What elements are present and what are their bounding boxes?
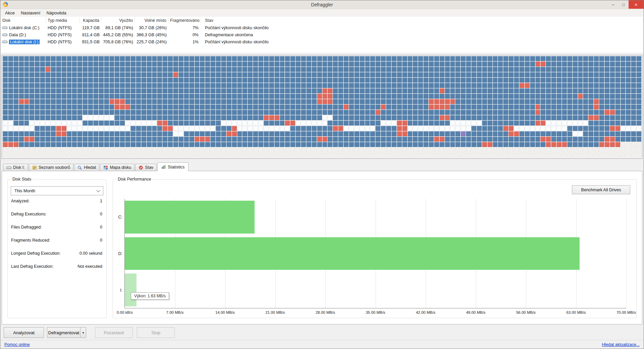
axis-tick-label: 42.00 MB/s xyxy=(416,310,435,314)
disk-table-body: Lokální disk (C:)HDD (NTFS)119,7 GB89,1 … xyxy=(1,24,643,45)
disk-row-2[interactable]: Lokální disk (I:)HDD (NTFS)931,5 GB705,8… xyxy=(1,38,643,45)
defraggler-logo-icon xyxy=(3,2,8,7)
tab-label: Hledat xyxy=(84,165,96,170)
disk-used: 445,2 GB (55%) xyxy=(101,33,135,37)
disk-free: 225,7 GB (24%) xyxy=(135,40,168,44)
axis-tick-label: 0.00 kB/s xyxy=(117,310,133,314)
disk-fragmented: 1% xyxy=(168,40,200,44)
column-header-0[interactable]: Disk xyxy=(1,18,46,23)
tab-4[interactable]: Stav xyxy=(135,164,157,171)
period-select[interactable]: This Month xyxy=(11,186,103,195)
stat-item: Defrag Executions:0 xyxy=(11,212,102,225)
statistics-panel: Disk Stats This Month Analyzed:1Defrag E… xyxy=(2,171,642,325)
disk-table-header: DiskTyp médiaKapacitaVyužitoVolné místoF… xyxy=(1,17,643,24)
disk-name: Lokální disk (C:) xyxy=(9,26,39,30)
benchmark-all-drives-button[interactable]: Benchmark All Drives xyxy=(572,185,630,194)
axis-tick-label: 14.00 MB/s xyxy=(215,310,235,314)
axis-tick-label: 35.00 MB/s xyxy=(366,310,385,314)
tab-label: Seznam souborů xyxy=(39,165,70,170)
axis-tick-label: 28.00 MB/s xyxy=(316,310,335,314)
disk-row-0[interactable]: Lokální disk (C:)HDD (NTFS)119,7 GB89,1 … xyxy=(1,24,643,31)
axis-tick-label: 21.00 MB/s xyxy=(265,310,285,314)
disk-free: 30,7 GB (26%) xyxy=(135,26,168,30)
disk-used: 705,8 GB (76%) xyxy=(101,40,135,44)
menu-item-2[interactable]: Nápověda xyxy=(43,9,69,16)
tab-5[interactable]: Statistics xyxy=(157,162,189,171)
disk-map xyxy=(2,55,642,159)
disk-performance-title: Disk Performance xyxy=(116,177,152,182)
disk-status: Počítání výkonnosti disku skončilo xyxy=(200,26,643,30)
menu-item-1[interactable]: Nastavení xyxy=(18,9,44,16)
axis-tick-label: 56.00 MB/s xyxy=(516,310,536,314)
column-header-6[interactable]: Stav xyxy=(200,18,643,23)
chart-plot: Výkon: 1.63 MB/s 0.00 kB/s7.00 MB/s14.00… xyxy=(124,199,626,308)
chevron-down-icon xyxy=(96,188,100,192)
tab-1[interactable]: Seznam souborů xyxy=(29,164,74,171)
statistics-icon xyxy=(161,165,166,169)
defraggler-window: Defraggler –□× AkceNastaveníNápověda Dis… xyxy=(0,0,644,349)
window-title: Defraggler xyxy=(0,2,644,7)
disk-fragmented: 0% xyxy=(168,33,200,37)
help-online-link[interactable]: Pomoc online xyxy=(4,342,30,347)
category-label: I: xyxy=(120,288,122,293)
defragment-button[interactable]: Defragmentovat xyxy=(47,327,80,338)
window-minimize-button[interactable]: – xyxy=(608,0,618,9)
disk-status: Počítání výkonnosti disku skončilo xyxy=(200,40,643,44)
title-bar: Defraggler –□× xyxy=(0,0,644,9)
tab-strip: Disk I:Seznam souborůHledatMapa diskuSta… xyxy=(3,162,189,171)
disk-map-grid[interactable] xyxy=(3,56,641,158)
disk-name: Data (D:) xyxy=(9,33,26,37)
column-header-2[interactable]: Kapacita xyxy=(79,18,101,23)
axis-tick-label: 63.00 MB/s xyxy=(566,310,586,314)
stats-list: Analyzed:1Defrag Executions:0Files Defra… xyxy=(11,199,102,277)
check-updates-link[interactable]: Hledat aktualizace... xyxy=(602,342,640,347)
defragment-dropdown-button[interactable]: ▾ xyxy=(80,327,86,338)
tab-0[interactable]: Disk I: xyxy=(3,164,28,171)
stop-button: Stop xyxy=(137,327,175,338)
drive-icon xyxy=(2,26,7,30)
menu-item-0[interactable]: Akce xyxy=(2,9,18,16)
stat-item: Analyzed:1 xyxy=(11,199,102,212)
drive-icon xyxy=(6,165,11,170)
column-header-1[interactable]: Typ média xyxy=(46,18,79,23)
axis-tick-label: 49.00 MB/s xyxy=(466,310,485,314)
file-list-icon xyxy=(32,165,37,170)
performance-tooltip: Výkon: 1.63 MB/s xyxy=(131,292,169,300)
disk-capacity: 931,5 GB xyxy=(79,40,101,44)
axis-tick-label: 70.00 MB/s xyxy=(616,310,636,314)
disk-name: Lokální disk (I:) xyxy=(9,40,40,44)
tab-label: Stav xyxy=(145,165,153,170)
disk-performance-group: Disk Performance Benchmark All Drives C:… xyxy=(113,179,637,318)
disk-fragmented: 7% xyxy=(168,26,200,30)
window-maximize-button[interactable]: □ xyxy=(618,0,629,9)
column-header-3[interactable]: Využito xyxy=(101,18,135,23)
performance-bar-I xyxy=(125,273,137,306)
disk-name-cell: Lokální disk (C:) xyxy=(1,26,46,30)
performance-bar-C xyxy=(125,201,255,233)
pause-button: Pozastavit xyxy=(95,327,133,338)
window-close-button[interactable]: × xyxy=(629,0,644,9)
disk-type: HDD (NTFS) xyxy=(46,40,79,44)
disk-name-cell: Data (D:) xyxy=(1,33,46,37)
disk-capacity: 119,7 GB xyxy=(79,26,101,30)
tab-2[interactable]: Hledat xyxy=(74,164,99,171)
status-bar: Pomoc online Hledat aktualizace... xyxy=(0,340,644,349)
category-label: C: xyxy=(118,215,123,219)
disk-stats-title: Disk Stats xyxy=(11,177,33,182)
performance-chart: C:D:I: Výkon: 1.63 MB/s 0.00 kB/s7.00 MB… xyxy=(116,199,626,308)
stat-item: Last Defrag Execution:Not executed xyxy=(11,264,102,277)
disk-map-icon xyxy=(103,165,108,170)
footer-buttons: AnalyzovatDefragmentovat▾PozastavitStop xyxy=(4,327,178,338)
stat-item: Longest Defrag Execution:0.00 sekund xyxy=(11,251,102,264)
category-label: D: xyxy=(118,251,123,256)
window-controls: –□× xyxy=(608,0,644,9)
column-header-5[interactable]: Fragmentováno xyxy=(168,18,200,23)
column-header-4[interactable]: Volné místo xyxy=(135,18,168,23)
tab-label: Mapa disku xyxy=(110,165,131,170)
analyze-button[interactable]: Analyzovat xyxy=(4,327,44,338)
tab-3[interactable]: Mapa disku xyxy=(100,164,135,171)
disk-list: DiskTyp médiaKapacitaVyužitoVolné místoF… xyxy=(1,17,643,53)
disk-row-1[interactable]: Data (D:)HDD (NTFS)811,4 GB445,2 GB (55%… xyxy=(1,31,643,38)
health-icon xyxy=(139,165,143,170)
period-value: This Month xyxy=(14,189,35,193)
